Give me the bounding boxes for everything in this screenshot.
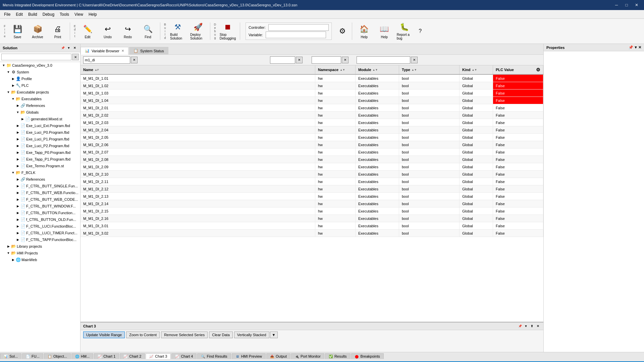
tree-toggle-exeLuciP1[interactable]: ▶	[15, 137, 20, 141]
tree-toggle-executables[interactable]: ▼	[11, 97, 15, 101]
bottom-tab-hmi-preview[interactable]: 🖥 HMI Preview	[232, 353, 266, 359]
properties-pin-button[interactable]: 📌	[629, 45, 633, 50]
chart-pin-button[interactable]: 📌	[517, 323, 523, 329]
tree-toggle-execProj[interactable]: ▼	[6, 90, 11, 95]
tree-toggle-hmiProj[interactable]: ▼	[6, 251, 11, 255]
close-button[interactable]: ✕	[632, 1, 641, 9]
tab-system-status[interactable]: 📋 System Status	[129, 47, 168, 54]
tree-item-fCtrlButtonOld[interactable]: ▶📄f_CTRL_BUTTON_OLD.Fun...	[0, 216, 80, 223]
menu-edit[interactable]: Edit	[13, 11, 25, 18]
print-button[interactable]: 🖨 Print	[48, 20, 67, 42]
tree-item-execProj[interactable]: ▼📂Executable projects	[0, 89, 80, 96]
table-row[interactable]: M_M1_DI_1.02hwExecutablesboolGlobalFalse	[80, 82, 543, 89]
tree-item-exeTermo[interactable]: ▶📄Exe_Termo.Program.st	[0, 163, 80, 169]
tree-item-executables[interactable]: ▼📂Executables	[0, 96, 80, 102]
extra-help-button[interactable]: ?	[415, 20, 425, 42]
tree-item-fCtrlButtWebCode[interactable]: ▶📄F_CTRL_BUTT_WEB_CODE...	[0, 196, 80, 203]
tree-toggle-exeTappP1[interactable]: ▶	[15, 157, 20, 162]
menu-view[interactable]: View	[72, 11, 86, 18]
bottom-tab-object[interactable]: 📋 Object...	[44, 353, 71, 359]
chart-dropdown-button[interactable]: ▼	[523, 323, 529, 329]
menu-file[interactable]: File	[1, 11, 13, 18]
tree-item-exeLuciExt[interactable]: ▶📄Exe_Luci_Ext.Program.fbd	[0, 122, 80, 129]
table-row[interactable]: M_M1_DI_2.10hwExecutablesboolGlobalFalse	[80, 171, 543, 178]
tree-item-casaSeregno[interactable]: ▼📁CasaSeregno_vDev_3.0	[0, 62, 80, 69]
table-row[interactable]: M_M1_DI_2.07hwExecutablesboolGlobalFalse	[80, 148, 543, 156]
table-row[interactable]: M_M1_DI_2.14hwExecutablesboolGlobalFalse	[80, 200, 543, 207]
tree-toggle-profile[interactable]: ▶	[11, 76, 15, 81]
th-plcvalue[interactable]: PLC Value ⚙	[493, 65, 543, 74]
name-filter-clear[interactable]: ✕	[131, 57, 138, 63]
type-filter-input[interactable]	[357, 56, 410, 64]
vertically-stacked-button[interactable]: Vertically Stacked	[234, 331, 269, 338]
tree-item-profile[interactable]: ▶👤Profile	[0, 75, 80, 82]
sidebar-search-clear[interactable]: ✕	[72, 54, 79, 60]
bottom-tab-fu[interactable]: 📄 FU...	[22, 353, 43, 359]
stop-debugging-button[interactable]: ⏹ Stop Debugging	[218, 20, 237, 42]
tree-item-fBclk[interactable]: ▼📂F_BCLK	[0, 169, 80, 176]
table-row[interactable]: M_M1_DI_1.04hwExecutablesboolGlobalFalse	[80, 97, 543, 104]
bottom-tab-find-results[interactable]: 🔍 Find Results	[197, 353, 231, 359]
tree-item-exeLuciP1[interactable]: ▶📄Exe_Luci_P1.Program.fbd	[0, 136, 80, 142]
table-row[interactable]: M_M1_DI_2.08hwExecutablesboolGlobalFalse	[80, 156, 543, 163]
tree-toggle-exeLuciP2[interactable]: ▶	[15, 143, 20, 148]
help-button[interactable]: 📖 Help	[375, 20, 394, 42]
variable-input[interactable]	[266, 32, 326, 38]
menu-tools[interactable]: Tools	[57, 11, 72, 18]
update-visible-range-button[interactable]: Update Visible Range	[83, 331, 125, 338]
tree-item-fCtrlButton[interactable]: ▶📄F_CTRL_BUTTON.Function...	[0, 209, 80, 216]
bottom-tab-results[interactable]: ✅ Results	[325, 353, 351, 359]
tree-toggle-fCtrlTapp[interactable]: ▶	[15, 237, 20, 242]
table-row[interactable]: M_M1_DI_3.01hwExecutablesboolGlobalFalse	[80, 222, 543, 230]
th-module[interactable]: Module ▲▼	[356, 65, 399, 74]
save-button[interactable]: 💾 Save	[8, 20, 27, 42]
bottom-tab-port-monitor[interactable]: 🔌 Port Monitor	[291, 353, 324, 359]
table-row[interactable]: M_M1_DI_1.03hwExecutablesboolGlobalFalse	[80, 89, 543, 97]
table-row[interactable]: M_M1_DI_2.15hwExecutablesboolGlobalFalse	[80, 207, 543, 215]
tree-item-plc[interactable]: ▶🔧PLC	[0, 82, 80, 89]
table-row[interactable]: M_M1_DI_2.11hwExecutablesboolGlobalFalse	[80, 178, 543, 185]
remove-selected-series-button[interactable]: Remove Selected Series	[161, 331, 208, 338]
tree-toggle-exeLuciExt[interactable]: ▶	[15, 123, 20, 128]
maximize-button[interactable]: □	[622, 1, 631, 9]
tab-variable-browser[interactable]: 📊 Variable Browser ✕	[80, 47, 128, 55]
table-row[interactable]: M_M1_DI_2.01hwExecutablesboolGlobalFalse	[80, 104, 543, 112]
menu-debug[interactable]: Debug	[40, 11, 57, 18]
tree-item-refs1[interactable]: ▶🔗References	[0, 102, 80, 109]
table-row[interactable]: M_M1_DI_3.02hwExecutablesboolGlobalFalse	[80, 230, 543, 237]
properties-dropdown-button[interactable]: ▼	[634, 45, 638, 50]
tree-toggle-fCtrlButtWeb[interactable]: ▶	[15, 190, 20, 195]
tree-toggle-genMixed[interactable]: ▶	[20, 117, 25, 121]
tree-toggle-fCtrlButton[interactable]: ▶	[15, 210, 20, 215]
tree-item-refs2[interactable]: ▶🔗References	[0, 176, 80, 183]
bottom-tab-output[interactable]: 📤 Output	[266, 353, 290, 359]
tree-toggle-exeTappP0[interactable]: ▶	[15, 150, 20, 155]
tree-item-fCtrlButtWindow[interactable]: ▶📄F_CTRL_BUTT_WINDOW.F...	[0, 203, 80, 209]
tree-toggle-mainWeb[interactable]: ▶	[11, 257, 15, 262]
properties-close-button[interactable]: ✕	[638, 45, 641, 50]
vertically-stacked-arrow[interactable]: ▼	[270, 331, 278, 338]
vertically-stacked-dropdown[interactable]: Vertically Stacked ▼	[234, 331, 278, 338]
tree-toggle-refs2[interactable]: ▶	[15, 177, 20, 182]
zoom-to-content-button[interactable]: Zoom to Content	[126, 331, 160, 338]
sidebar-search-input[interactable]	[1, 54, 71, 60]
minimize-button[interactable]: ─	[612, 1, 621, 9]
table-row[interactable]: M_M1_DI_1.01hwExecutablesboolGlobalFalse	[80, 75, 543, 82]
table-row[interactable]: M_M1_DI_2.16hwExecutablesboolGlobalFalse	[80, 215, 543, 222]
help-icon-button[interactable]: 🏠 Help	[355, 20, 374, 42]
tree-item-fCtrlTapp[interactable]: ▶📄F_CTRL_TAPP.FunctionBloc...	[0, 236, 80, 243]
settings-button[interactable]: ⚙	[336, 20, 349, 42]
tree-toggle-fCtrlButtSingle[interactable]: ▶	[15, 184, 20, 188]
chart-float-button[interactable]: ⬆	[529, 323, 535, 329]
th-name[interactable]: Name ▲F	[80, 65, 315, 74]
sidebar-pin-button[interactable]: 📌	[60, 45, 65, 51]
tree-item-mainWeb[interactable]: ▶🌐MainWeb	[0, 256, 80, 263]
redo-button[interactable]: ↪ Redo	[118, 20, 137, 42]
table-row[interactable]: M_M1_DI_2.12hwExecutablesboolGlobalFalse	[80, 185, 543, 193]
bottom-tab-breakpoints[interactable]: ⬤ Breakpoints	[351, 353, 384, 359]
tree-toggle-fCtrlButtonOld[interactable]: ▶	[15, 217, 20, 222]
chart-close-button[interactable]: ✕	[535, 323, 541, 329]
tree-toggle-exeLuciP0[interactable]: ▶	[15, 130, 20, 135]
table-row[interactable]: M_M1_DI_2.03hwExecutablesboolGlobalFalse	[80, 119, 543, 126]
tree-toggle-refs1[interactable]: ▶	[15, 103, 20, 108]
